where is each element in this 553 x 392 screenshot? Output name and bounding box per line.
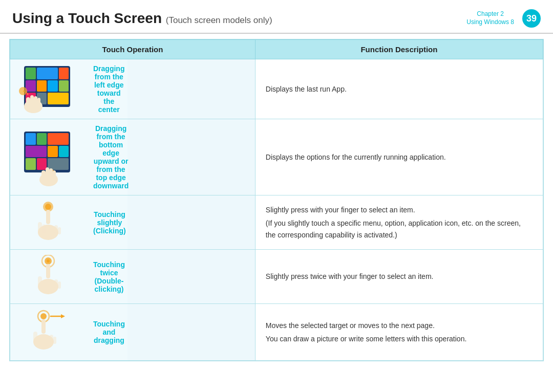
svg-rect-27	[58, 281, 61, 289]
operation-content-5: Touching and dragging	[10, 304, 127, 360]
main-table-container: Touch Operation Function Description	[9, 39, 544, 361]
svg-rect-35	[53, 337, 56, 344]
description-cell-1: Displays the last run App.	[255, 59, 543, 119]
gesture-icon-area-3	[16, 201, 88, 244]
gesture-icon-area-5	[16, 309, 88, 355]
title-subtitle: (Touch screen models only)	[166, 15, 272, 25]
description-text-1: Displays the last run App.	[256, 76, 543, 102]
svg-rect-26	[54, 279, 58, 288]
svg-point-6	[24, 100, 42, 113]
operation-cell-5: Touching and dragging	[10, 304, 256, 361]
svg-rect-10	[49, 168, 53, 181]
operation-label-2: Dragging from the bottom edge upward or …	[93, 124, 129, 190]
description-text-4: Slightly press twice with your finger to…	[256, 264, 543, 289]
table-header-row: Touch Operation Function Description	[10, 40, 543, 59]
svg-rect-34	[50, 335, 53, 343]
desc-line-3a: Slightly press with your finger to selec…	[266, 204, 533, 215]
svg-rect-17	[54, 225, 58, 233]
operation-cell-4: Touching twice (Double-clicking)	[10, 250, 256, 304]
description-cell-5: Moves the selected target or moves to th…	[255, 304, 543, 361]
gesture-icon-area-1	[16, 66, 88, 112]
desc-line-3b: (If you slightly touch a specific menu, …	[266, 219, 521, 238]
description-text-3: Slightly press with your finger to selec…	[256, 197, 543, 248]
chapter-badge: 39	[522, 9, 541, 28]
svg-rect-18	[58, 227, 61, 234]
title-main: Using a Touch Screen	[12, 10, 162, 26]
chapter-label-block: Chapter 2 Using Windows 8	[466, 10, 514, 26]
operation-cell-3: Touching slightly (Clicking)	[10, 195, 256, 250]
description-text-2: Displays the options for the currently r…	[256, 144, 543, 170]
table-row: Touching and dragging Moves the selected…	[10, 304, 543, 361]
hand-icon-1	[19, 81, 50, 114]
desc-line-5b: You can draw a picture or write some let…	[266, 335, 466, 343]
svg-point-22	[47, 259, 50, 263]
desc-line-4: Slightly press twice with your finger to…	[266, 272, 434, 280]
svg-point-29	[40, 313, 47, 319]
description-cell-2: Displays the options for the currently r…	[255, 119, 543, 195]
operation-label-3: Touching slightly (Clicking)	[93, 210, 126, 235]
table-row: Touching twice (Double-clicking) Slightl…	[10, 250, 543, 304]
page-title: Using a Touch Screen (Touch screen model…	[12, 10, 466, 27]
operation-label-1: Dragging from the left edge toward the c…	[93, 64, 124, 114]
chapter-info: Chapter 2 Using Windows 8 39	[466, 9, 541, 28]
svg-point-13	[45, 204, 51, 210]
col-function-description: Function Description	[255, 40, 543, 59]
operation-content-2: Dragging from the bottom edge upward or …	[10, 119, 127, 195]
gesture-icon-area-2	[16, 132, 88, 183]
operation-cell-2: Dragging from the bottom edge upward or …	[10, 119, 256, 195]
col-touch-operation: Touch Operation	[10, 40, 256, 59]
svg-rect-19	[42, 224, 46, 233]
hand-icon-2	[34, 151, 65, 187]
description-cell-4: Slightly press twice with your finger to…	[255, 250, 543, 304]
hand-icon-5	[24, 309, 80, 355]
desc-line-2: Displays the options for the currently r…	[266, 153, 446, 161]
description-text-5: Moves the selected target or moves to th…	[256, 313, 543, 352]
svg-rect-11	[53, 170, 56, 180]
hand-icon-4	[27, 255, 78, 298]
description-cell-3: Slightly press with your finger to selec…	[255, 195, 543, 250]
operation-content-1: Dragging from the left edge toward the c…	[10, 59, 127, 119]
table-row: Dragging from the left edge toward the c…	[10, 59, 543, 119]
chapter-label: Chapter 2	[466, 10, 514, 18]
table-row: Touching slightly (Clicking) Slightly pr…	[10, 195, 543, 250]
svg-rect-14	[46, 210, 50, 224]
hand-icon-3	[27, 201, 78, 244]
svg-rect-31	[41, 319, 46, 334]
operation-cell-1: Dragging from the left edge toward the c…	[10, 59, 256, 119]
operation-label-4: Touching twice (Double-clicking)	[93, 260, 125, 293]
svg-marker-30	[61, 314, 65, 318]
svg-rect-25	[38, 276, 42, 288]
chapter-sub: Using Windows 8	[466, 18, 514, 27]
desc-line-5a: Moves the selected target or moves to th…	[266, 320, 533, 331]
svg-rect-23	[46, 264, 50, 278]
svg-rect-33	[33, 332, 37, 343]
svg-rect-8	[41, 170, 46, 182]
gesture-icon-area-4	[16, 255, 88, 298]
operation-content-4: Touching twice (Double-clicking)	[10, 250, 127, 303]
page-header: Using a Touch Screen (Touch screen model…	[0, 0, 553, 34]
operation-content-3: Touching slightly (Clicking)	[10, 195, 127, 249]
table-row: Dragging from the bottom edge upward or …	[10, 119, 543, 195]
touch-operations-table: Touch Operation Function Description	[10, 39, 543, 361]
svg-rect-16	[38, 222, 42, 233]
svg-rect-9	[46, 167, 49, 181]
desc-line-1: Displays the last run App.	[266, 85, 347, 93]
operation-label-5: Touching and dragging	[93, 320, 125, 344]
